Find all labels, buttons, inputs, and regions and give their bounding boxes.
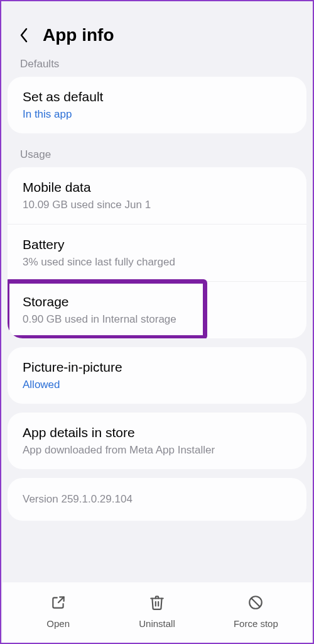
item-subtitle: 10.09 GB used since Jun 1: [23, 199, 291, 211]
item-title: Picture-in-picture: [23, 360, 291, 375]
item-set-default[interactable]: Set as default In this app: [8, 77, 306, 133]
uninstall-button[interactable]: Uninstall: [107, 594, 206, 629]
item-mobile-data[interactable]: Mobile data 10.09 GB used since Jun 1: [8, 167, 306, 225]
svg-line-0: [58, 597, 64, 602]
svg-line-4: [252, 598, 260, 606]
version-text: Version 259.1.0.29.104: [23, 493, 291, 506]
trash-icon: [149, 594, 165, 613]
item-battery[interactable]: Battery 3% used since last fully charged: [8, 225, 306, 282]
item-title: Battery: [23, 237, 291, 252]
item-app-details[interactable]: App details in store App downloaded from…: [8, 413, 306, 469]
page-title: App info: [43, 25, 114, 45]
item-subtitle: 3% used since last fully charged: [23, 256, 291, 269]
stop-icon: [247, 594, 264, 613]
item-title: Storage: [23, 294, 291, 309]
card-pip: Picture-in-picture Allowed: [8, 347, 306, 404]
back-icon[interactable]: [16, 28, 31, 43]
card-usage: Mobile data 10.09 GB used since Jun 1 Ba…: [8, 167, 306, 338]
item-pip[interactable]: Picture-in-picture Allowed: [8, 347, 306, 404]
uninstall-label: Uninstall: [139, 618, 175, 629]
section-label-usage: Usage: [1, 142, 313, 167]
card-defaults: Set as default In this app: [8, 77, 306, 133]
item-subtitle: 0.90 GB used in Internal storage: [23, 313, 291, 326]
force-stop-button[interactable]: Force stop: [207, 594, 305, 629]
card-version: Version 259.1.0.29.104: [8, 478, 306, 521]
section-label-defaults: Defaults: [1, 57, 313, 77]
item-title: Mobile data: [23, 180, 291, 195]
open-icon: [50, 594, 67, 613]
item-subtitle: App downloaded from Meta App Installer: [23, 444, 291, 457]
card-app-details: App details in store App downloaded from…: [8, 413, 306, 469]
item-storage[interactable]: Storage 0.90 GB used in Internal storage: [8, 282, 306, 338]
item-title: App details in store: [23, 425, 291, 440]
open-button[interactable]: Open: [9, 594, 107, 629]
header: App info: [1, 1, 313, 57]
item-subtitle: Allowed: [23, 379, 291, 391]
bottom-bar: Open Uninstall Force stop: [3, 582, 311, 643]
item-subtitle: In this app: [23, 108, 291, 121]
force-stop-label: Force stop: [234, 618, 278, 629]
item-title: Set as default: [23, 89, 291, 104]
open-label: Open: [46, 618, 70, 629]
